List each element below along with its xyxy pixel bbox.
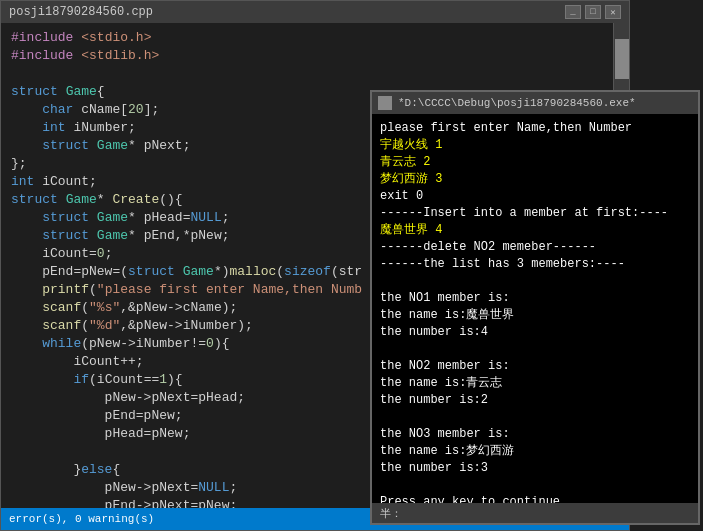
terminal-line: the name is:魔兽世界 [380, 307, 690, 324]
terminal-line: the NO2 member is: [380, 358, 690, 375]
code-line: #include <stdlib.h> [11, 47, 603, 65]
terminal-line: ------Insert into a member at first:---- [380, 205, 690, 222]
terminal-line [380, 409, 690, 426]
minimize-button[interactable]: _ [565, 5, 581, 19]
terminal-line: exit 0 [380, 188, 690, 205]
terminal-title: *D:\CCCC\Debug\posji18790284560.exe* [398, 97, 692, 109]
terminal-line: the NO3 member is: [380, 426, 690, 443]
terminal-line: ------delete NO2 memeber------ [380, 239, 690, 256]
terminal-line: the NO1 member is: [380, 290, 690, 307]
terminal-content: please first enter Name,then Number 宇越火线… [372, 114, 698, 503]
terminal-status-text: 半： [380, 506, 402, 521]
editor-title: posji18790284560.cpp [9, 5, 153, 19]
terminal-line: the number is:3 [380, 460, 690, 477]
terminal-line [380, 477, 690, 494]
terminal-line: 梦幻西游 3 [380, 171, 690, 188]
terminal-window: *D:\CCCC\Debug\posji18790284560.exe* ple… [370, 90, 700, 525]
terminal-line: the number is:4 [380, 324, 690, 341]
terminal-line: 宇越火线 1 [380, 137, 690, 154]
terminal-line: Press any key to continue_ [380, 494, 690, 503]
code-line: #include <stdio.h> [11, 29, 603, 47]
terminal-line: the name is:青云志 [380, 375, 690, 392]
terminal-icon [378, 96, 392, 110]
terminal-line: ------the list has 3 memebers:---- [380, 256, 690, 273]
terminal-line: the name is:梦幻西游 [380, 443, 690, 460]
scrollbar-thumb[interactable] [615, 39, 629, 79]
terminal-line: 魔兽世界 4 [380, 222, 690, 239]
restore-button[interactable]: □ [585, 5, 601, 19]
terminal-line: the number is:2 [380, 392, 690, 409]
terminal-line [380, 341, 690, 358]
terminal-line [380, 273, 690, 290]
status-text: error(s), 0 warning(s) [9, 513, 154, 525]
code-line [11, 65, 603, 83]
terminal-titlebar: *D:\CCCC\Debug\posji18790284560.exe* [372, 92, 698, 114]
close-button[interactable]: ✕ [605, 5, 621, 19]
editor-titlebar: posji18790284560.cpp _ □ ✕ [1, 1, 629, 23]
terminal-statusbar: 半： [372, 503, 698, 523]
terminal-line: 青云志 2 [380, 154, 690, 171]
terminal-line: please first enter Name,then Number [380, 120, 690, 137]
titlebar-buttons: _ □ ✕ [565, 5, 621, 19]
